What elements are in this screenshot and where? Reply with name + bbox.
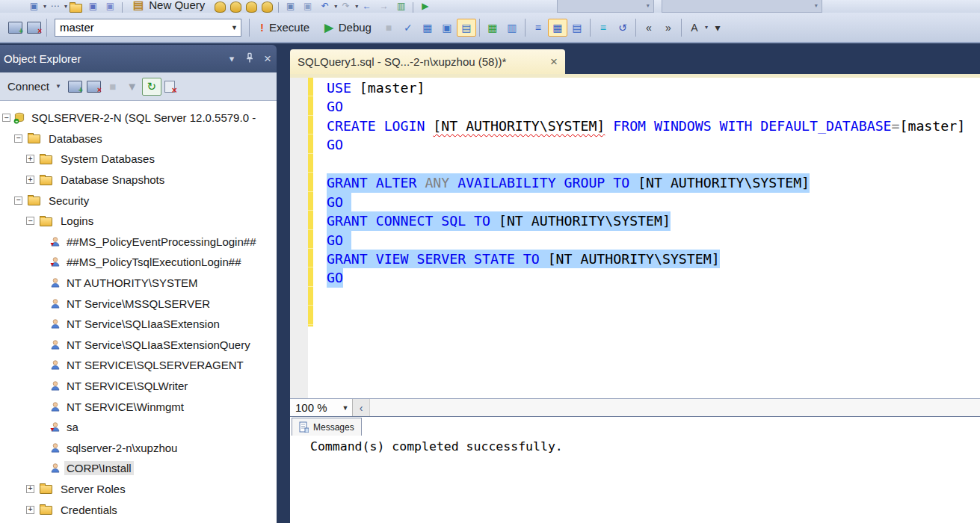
dmx-query-icon[interactable] [246, 1, 257, 13]
open-file-icon[interactable] [70, 4, 82, 13]
code-line[interactable]: GRANT ALTER ANY AVAILABILITY GROUP TO [N… [327, 173, 980, 192]
chevron-down-icon[interactable]: ▼ [228, 24, 241, 31]
xmla-query-icon[interactable] [262, 1, 273, 13]
results-to-text-icon[interactable]: ≡ [528, 19, 548, 37]
filter-icon[interactable]: ▼ [123, 78, 142, 96]
toolbar-combo-1[interactable]: ▾ [557, 0, 654, 13]
new-query-button[interactable]: ▤New Query [126, 0, 212, 13]
estimated-plan-icon[interactable]: ▦ [418, 19, 437, 37]
activity-monitor-icon[interactable]: ▥ [392, 0, 410, 13]
tab-messages[interactable]: Messages [292, 418, 362, 436]
stop-icon[interactable]: ■ [379, 19, 398, 37]
pin-icon[interactable] [241, 52, 259, 66]
tree-item[interactable]: NT SERVICE\Winmgmt [0, 396, 277, 417]
collapse-icon[interactable]: − [14, 196, 22, 205]
change-case-icon[interactable]: A▾ [685, 19, 708, 37]
code-line[interactable]: GO [327, 268, 980, 287]
window-doc-icon-2[interactable]: ▣ [299, 0, 316, 13]
code-line[interactable]: GRANT VIEW SERVER STATE TO [NT AUTHORITY… [327, 250, 980, 268]
stop-icon[interactable]: ■ [103, 78, 123, 96]
more-windows-icon[interactable]: ⋯▾ [46, 0, 67, 13]
uncomment-lines-icon[interactable]: ↺ [613, 19, 632, 37]
query-editor[interactable]: USE [master]GOCREATE LOGIN [NT AUTHORITY… [290, 78, 980, 398]
results-to-grid-icon[interactable]: ▦ [548, 19, 567, 37]
refresh-icon[interactable]: ↻ [142, 78, 161, 96]
tree-item[interactable]: −Logins [0, 211, 277, 232]
expand-icon[interactable]: + [26, 485, 34, 493]
tree-item[interactable]: NT SERVICE\SQLWriter [0, 376, 277, 397]
tree-item[interactable]: CORP\Install [0, 458, 277, 479]
tree-item[interactable]: NT Service\MSSQLSERVER [0, 293, 277, 314]
database-engine-query-icon[interactable] [215, 1, 226, 13]
show-results-pane-icon[interactable]: ▤ [457, 19, 476, 37]
connect-object-explorer-icon[interactable]: + [68, 81, 82, 93]
expand-icon[interactable]: + [26, 506, 34, 514]
window-position-icon[interactable]: ▾ [223, 53, 241, 64]
tree-item[interactable]: −SQLSERVER-2-N (SQL Server 12.0.5579.0 - [0, 108, 277, 129]
parse-icon[interactable]: ✓ [398, 19, 418, 37]
editor-selection-margin[interactable] [290, 78, 308, 398]
tree-item[interactable]: NT AUTHORITY\SYSTEM [0, 273, 277, 294]
hscroll-left-button[interactable]: ‹ [353, 399, 370, 416]
script-icon[interactable]: × [164, 81, 175, 93]
save-all-icon[interactable]: ▣ [102, 0, 119, 13]
tree-item[interactable]: NT Service\SQLIaaSExtension [0, 314, 277, 335]
client-statistics-icon[interactable]: ▥ [502, 19, 522, 37]
collapse-icon[interactable]: − [14, 134, 22, 143]
query-designer-icon[interactable]: ▣ [437, 19, 457, 37]
comment-lines-icon[interactable]: ≡ [594, 19, 613, 37]
navigate-forward-icon[interactable]: → [375, 0, 392, 13]
tree-item[interactable]: sa [0, 417, 277, 438]
navigate-back-icon[interactable]: ← [358, 0, 375, 13]
disconnect-object-explorer-icon[interactable]: × [87, 81, 101, 93]
code-line[interactable]: GO [327, 193, 980, 211]
collapse-icon[interactable]: − [2, 114, 10, 122]
code-line[interactable] [327, 155, 980, 173]
close-icon[interactable]: × [550, 55, 558, 68]
tree-item[interactable]: sqlserver-2-n\xupzhou [0, 438, 277, 459]
decrease-indent-icon[interactable]: « [639, 19, 659, 37]
tree-item[interactable]: −Security [0, 190, 277, 211]
tree-item[interactable]: NT SERVICE\SQLSERVERAGENT [0, 355, 277, 376]
undo-icon[interactable]: ↶▾ [316, 0, 337, 13]
connect-button[interactable]: Connect ▼ [3, 78, 66, 94]
tree-item[interactable]: +System Databases [0, 149, 277, 170]
horizontal-scrollbar[interactable] [370, 399, 980, 416]
expand-icon[interactable]: + [26, 155, 34, 163]
tree-item[interactable]: +Database Snapshots [0, 170, 277, 191]
tree-item[interactable]: +Credentials [0, 499, 277, 520]
debug-button[interactable]: ▶Debug [317, 19, 379, 35]
code-line[interactable]: CREATE LOGIN [NT AUTHORITY\SYSTEM] FROM … [327, 117, 980, 135]
zoom-level-select[interactable]: 100 % ▼ [290, 399, 353, 416]
object-explorer-tree[interactable]: −SQLSERVER-2-N (SQL Server 12.0.5579.0 -… [0, 101, 277, 523]
code-text[interactable]: USE [master]GOCREATE LOGIN [NT AUTHORITY… [327, 78, 980, 288]
tree-item[interactable]: ##MS_PolicyTsqlExecutionLogin## [0, 252, 277, 273]
toolbar-combo-2[interactable]: ▾ [662, 0, 822, 13]
close-icon[interactable]: × [259, 52, 277, 66]
increase-indent-icon[interactable]: » [659, 19, 678, 37]
code-line[interactable]: GRANT CONNECT SQL TO [NT AUTHORITY\SYSTE… [327, 211, 980, 230]
code-line[interactable]: GO [327, 231, 980, 250]
new-file-icon[interactable]: ▣▾ [25, 0, 46, 13]
start-icon[interactable]: ▶ [416, 0, 434, 13]
code-line[interactable]: GO [327, 97, 980, 116]
code-line[interactable]: USE [master] [327, 78, 980, 97]
expand-icon[interactable]: + [26, 176, 34, 184]
collapse-icon[interactable]: − [26, 217, 34, 225]
save-icon[interactable]: ▣ [84, 0, 102, 13]
tab-sqlquery1[interactable]: SQLQuery1.sql - SQ...-2-n\xupzhou (58))*… [290, 49, 565, 74]
tree-item[interactable]: −Databases [0, 129, 277, 149]
tree-item[interactable]: NT Service\SQLIaaSExtensionQuery [0, 335, 277, 356]
results-to-file-icon[interactable]: ▤ [567, 19, 587, 37]
redo-icon[interactable]: ↷▾ [337, 0, 358, 13]
window-doc-icon-1[interactable]: ▣ [282, 0, 299, 13]
mdx-query-icon[interactable] [230, 1, 241, 13]
actual-plan-icon[interactable]: ▦ [483, 19, 502, 37]
toolbar-options-button[interactable]: ▾ [708, 19, 727, 37]
disconnect-connection-icon[interactable]: × [27, 22, 41, 34]
tree-item[interactable]: +Server Roles [0, 479, 277, 500]
tree-item[interactable]: ##MS_PolicyEventProcessingLogin## [0, 232, 277, 253]
change-connection-icon[interactable]: + [8, 22, 22, 34]
code-line[interactable]: GO [327, 135, 980, 154]
database-combo[interactable]: master▼ [55, 19, 241, 37]
